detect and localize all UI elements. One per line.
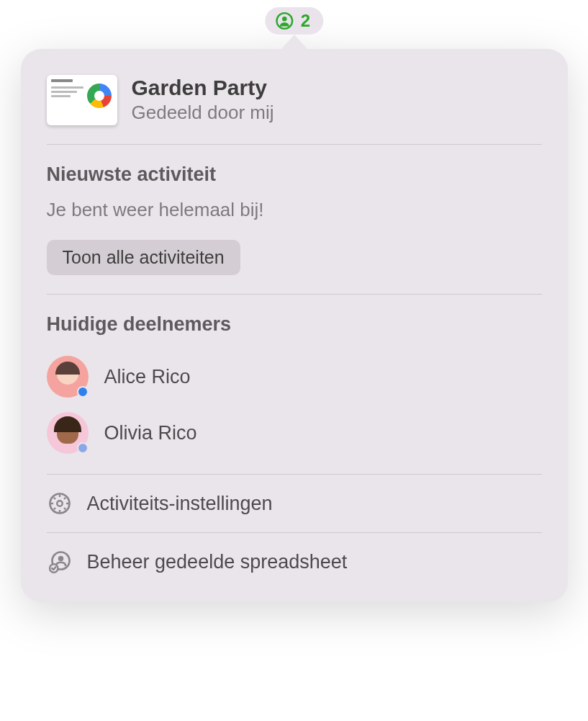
menu-label: Beheer gedeelde spreadsheet bbox=[87, 551, 348, 573]
activity-status: Je bent weer helemaal bij! bbox=[47, 199, 542, 221]
svg-point-1 bbox=[282, 17, 287, 22]
presence-dot-icon bbox=[77, 386, 89, 398]
participants-section: Huidige deelnemers Alice Rico Olivia Ric… bbox=[47, 295, 542, 474]
popover-arrow bbox=[281, 35, 307, 49]
document-thumbnail bbox=[47, 75, 117, 125]
document-subtitle: Gedeeld door mij bbox=[132, 101, 542, 125]
gear-icon bbox=[47, 491, 73, 516]
activity-section: Nieuwste activiteit Je bent weer helemaa… bbox=[47, 145, 542, 294]
participant-name: Olivia Rico bbox=[104, 422, 197, 444]
menu-label: Activiteits-instellingen bbox=[87, 493, 273, 515]
manage-share-icon bbox=[47, 549, 73, 575]
collaboration-pill[interactable]: 2 bbox=[265, 7, 323, 35]
svg-point-5 bbox=[58, 556, 63, 562]
activity-heading: Nieuwste activiteit bbox=[47, 164, 542, 186]
collaboration-popover: Garden Party Gedeeld door mij Nieuwste a… bbox=[21, 35, 568, 602]
collaborator-count: 2 bbox=[301, 11, 310, 31]
document-title: Garden Party bbox=[132, 75, 542, 101]
avatar bbox=[47, 356, 89, 398]
person-circle-icon bbox=[275, 12, 294, 30]
activity-settings-item[interactable]: Activiteits-instellingen bbox=[47, 475, 542, 532]
participant-row[interactable]: Olivia Rico bbox=[47, 405, 542, 461]
avatar bbox=[47, 412, 89, 454]
show-all-activities-button[interactable]: Toon alle activiteiten bbox=[47, 240, 240, 275]
svg-point-3 bbox=[57, 501, 63, 506]
manage-shared-item[interactable]: Beheer gedeelde spreadsheet bbox=[47, 533, 542, 581]
participant-row[interactable]: Alice Rico bbox=[47, 349, 542, 405]
presence-dot-icon bbox=[77, 442, 89, 454]
document-header: Garden Party Gedeeld door mij bbox=[47, 75, 542, 144]
participant-name: Alice Rico bbox=[104, 366, 191, 388]
participants-heading: Huidige deelnemers bbox=[47, 313, 542, 336]
